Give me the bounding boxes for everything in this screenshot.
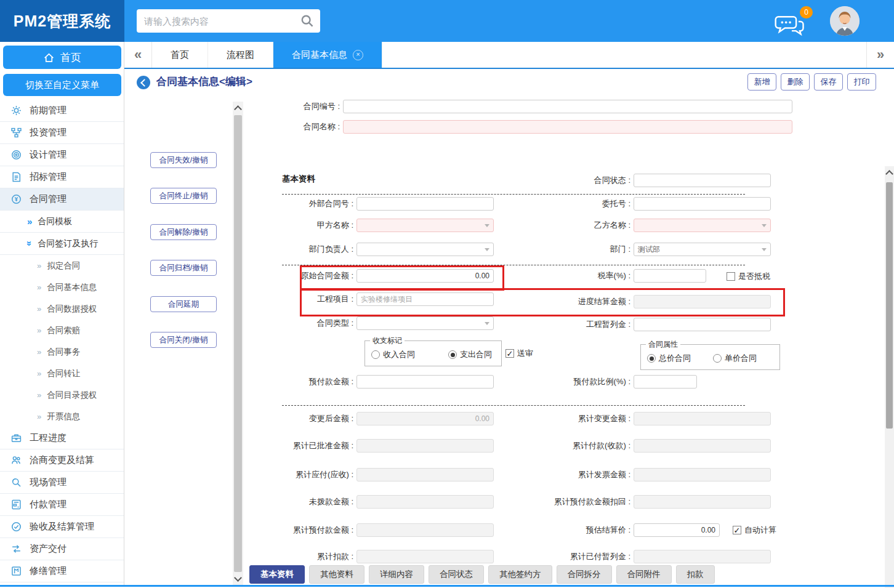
search-icon[interactable] [300,14,314,28]
sidebar-item-contract-signing[interactable]: » 合同签订及执行 [0,233,124,255]
tab-flowchart[interactable]: 流程图 [208,42,273,68]
income-radio[interactable] [371,350,380,359]
sidebar-item-draft-contract[interactable]: » 拟定合同 [0,255,124,276]
original-amount-input[interactable] [356,269,494,283]
party-b-select[interactable] [634,219,771,232]
unallocated-input [356,495,494,509]
sidebar-item-contract-template[interactable]: » 合同模板 [0,211,124,233]
scrollbar-thumb[interactable] [886,182,893,429]
print-button[interactable]: 打印 [847,73,876,91]
scroll-up-icon[interactable] [234,105,242,113]
contract-no-input[interactable] [343,100,792,113]
tab-home[interactable]: 首页 [152,42,208,68]
contract-extend-button[interactable]: 合同延期 [150,296,217,312]
sidebar-item-asset-delivery[interactable]: 资产交付 [0,538,124,560]
bottom-tab-deduction[interactable]: 扣款 [676,565,715,584]
sidebar-item-project-progress[interactable]: 工程进度 [0,427,124,449]
search-input[interactable] [143,15,300,27]
sidebar-item-contract-catalog-auth[interactable]: » 合同目录授权 [0,384,124,406]
sidebar-item-invoice-info[interactable]: » 开票信息 [0,406,124,427]
est-settlement-price-field: 预估结算价 : [500,523,720,537]
scroll-up-icon[interactable] [885,170,893,178]
provisional-sum-input[interactable] [634,318,771,331]
dept-select[interactable]: 测试部 [634,243,771,256]
checkbox-icon[interactable] [727,272,735,281]
messages-button[interactable]: 0 [775,14,810,37]
sidebar-item-contract[interactable]: 合同管理 [0,188,124,211]
contract-type-select[interactable] [356,316,494,330]
tab-scroll-right-icon[interactable]: » [866,42,894,68]
sidebar-item-tender[interactable]: 招标管理 [0,166,124,188]
contract-rescind-button[interactable]: 合同解除/撤销 [150,224,217,240]
contract-close-button[interactable]: 合同关闭/撤销 [150,332,217,348]
chevron-right-icon: » [37,369,41,378]
switch-menu-button[interactable]: 切换至自定义菜单 [3,74,121,96]
contract-name-input[interactable] [343,120,792,134]
target-icon [11,150,22,160]
sidebar-item-negotiation-settlement[interactable]: 洽商变更及结算 [0,449,124,472]
dept-head-select[interactable] [356,243,494,256]
sidebar-item-repair-management[interactable]: 修缮管理 [0,560,124,582]
save-button[interactable]: 保存 [814,73,843,91]
sidebar-home-button[interactable]: 首页 [3,46,121,69]
cum-prepay-recover-input [634,495,771,509]
total-price-radio[interactable] [647,354,656,363]
checkbox-checked-icon[interactable] [733,526,741,534]
briefcase-icon [11,433,22,443]
scrollbar-thumb[interactable] [234,115,242,572]
sidebar-item-site-management[interactable]: 现场管理 [0,472,124,494]
user-avatar[interactable] [830,6,860,36]
prepay-ratio-input[interactable] [634,375,697,389]
after-change-amount-input [356,412,494,425]
sidebar-item-contract-transfer[interactable]: » 合同转让 [0,363,124,384]
tab-scroll-left-icon[interactable]: « [124,42,152,68]
sidebar-item-contract-basic-info[interactable]: » 合同基本信息 [0,276,124,298]
tab-contract-basic-info[interactable]: 合同基本信息 × [273,42,382,68]
bottom-tab-detail-content[interactable]: 详细内容 [369,565,424,584]
est-settlement-price-input[interactable] [634,523,720,537]
sidebar-item-contract-data-auth[interactable]: » 合同数据授权 [0,298,124,320]
bottom-tab-contract-status[interactable]: 合同状态 [429,565,484,584]
external-contract-no-input[interactable] [356,197,494,211]
bottom-tab-contract-split[interactable]: 合同拆分 [557,565,612,584]
sidebar: 首页 切换至自定义菜单 前期管理 投资管理 设计管理 [0,42,124,585]
expense-radio[interactable] [448,350,457,359]
sidebar-item-label: 合同事务 [47,347,80,358]
party-a-select[interactable] [356,219,494,232]
auto-calc-checkbox[interactable]: 自动计算 [733,525,776,536]
unit-price-radio[interactable] [713,354,722,363]
sidebar-item-investment[interactable]: 投资管理 [0,122,124,144]
page-scrollbar[interactable] [885,166,894,588]
checkbox-checked-icon[interactable] [505,349,514,358]
global-search-box[interactable] [137,9,320,33]
tax-deduct-checkbox[interactable]: 是否抵税 [727,271,770,282]
scroll-down-icon[interactable] [234,574,242,582]
sidebar-item-payment-management[interactable]: 付款管理 [0,494,124,516]
sidebar-item-preliminary[interactable]: 前期管理 [0,100,124,122]
contract-name-field: 合同名称 : [248,120,792,134]
add-button[interactable]: 新增 [747,73,776,91]
tax-rate-input[interactable] [634,269,706,283]
consign-no-input[interactable] [634,197,771,211]
delete-button[interactable]: 删除 [781,73,810,91]
send-review-checkbox[interactable]: 送审 [505,348,533,359]
sidebar-item-design[interactable]: 设计管理 [0,144,124,166]
bottom-tab-other-info[interactable]: 其他资料 [309,565,364,584]
bottom-tab-basic-info[interactable]: 基本资料 [249,565,305,584]
chevron-right-icon: » [37,347,41,356]
contract-status-input[interactable] [634,174,771,187]
prepay-amount-input[interactable] [356,375,494,389]
sidebar-item-contract-affairs[interactable]: » 合同事务 [0,341,124,363]
form-scrollbar[interactable] [233,102,243,586]
sidebar-item-acceptance-settlement[interactable]: 验收及结算管理 [0,516,124,538]
sidebar-item-contract-claim[interactable]: » 合同索赔 [0,320,124,341]
contract-terminate-button[interactable]: 合同终止/撤销 [150,188,217,204]
close-tab-icon[interactable]: × [353,50,363,60]
bottom-tab-contract-attachment[interactable]: 合同附件 [616,565,672,584]
bottom-tab-other-parties[interactable]: 其他签约方 [488,565,552,584]
back-button[interactable] [137,76,150,89]
contract-archive-button[interactable]: 合同归档/撤销 [150,260,217,276]
contract-invalidate-button[interactable]: 合同失效/撤销 [150,152,217,168]
original-amount-field: 原始合同金额 : [248,269,494,283]
sidebar-home-label: 首页 [60,50,81,65]
